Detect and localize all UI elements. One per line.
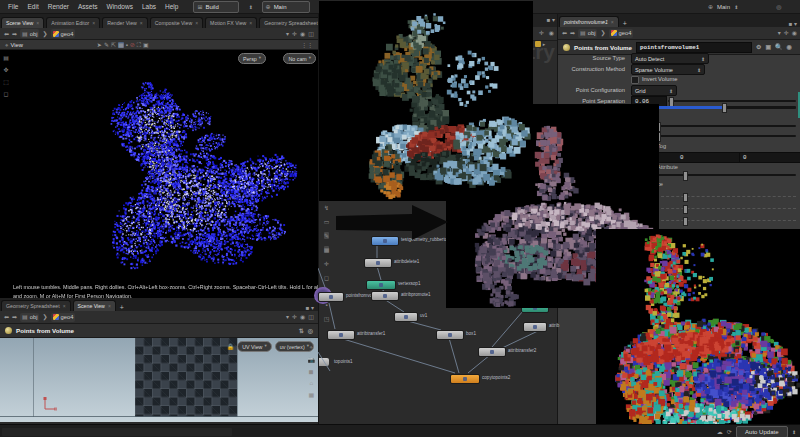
lock-icon[interactable]: ◻ (4, 90, 9, 97)
close-icon[interactable]: × (611, 19, 614, 25)
path-geo4[interactable]: geo4 (51, 313, 76, 322)
float-pane-icon[interactable]: ◫ (308, 31, 314, 37)
link-icon[interactable]: ◉ (300, 31, 305, 37)
auto-update-selector[interactable]: Auto Update (736, 426, 788, 437)
menu-file[interactable]: File (8, 3, 18, 10)
menu-edit[interactable]: Edit (27, 3, 38, 10)
view-tool-icon[interactable]: ▤ (3, 54, 9, 61)
menu-windows[interactable]: Windows (107, 3, 133, 10)
param-slider-dotted[interactable] (656, 208, 796, 209)
close-icon[interactable]: × (249, 20, 252, 26)
scene-viewport[interactable]: ▤ ✥ ⬚ ◻ Persp ▾ No cam ▾ Left mouse tumb… (0, 50, 318, 298)
new-tab-icon[interactable]: + (120, 304, 124, 311)
tab-motion-fx-view[interactable]: Motion FX View× (205, 17, 257, 28)
close-icon[interactable]: × (140, 20, 143, 26)
tab-pointsfromvolume1[interactable]: pointsfromvolume1 × (559, 16, 619, 27)
sort-icon[interactable]: ⇅ (299, 328, 304, 334)
path-geo4[interactable]: geo4 (609, 29, 634, 38)
box-tool-icon[interactable]: ▪ (126, 42, 128, 48)
camera-selector[interactable]: No cam ▾ (283, 53, 316, 64)
lock-icon[interactable]: 🔒 (227, 343, 235, 350)
menu-labs[interactable]: Labs (142, 3, 156, 10)
snap-grid-icon[interactable]: ▦ (118, 42, 124, 48)
options-icon[interactable]: ◎ (308, 328, 313, 334)
tab-scene-view[interactable]: Scene View× (1, 17, 44, 28)
palette-icon[interactable]: ▪ (325, 302, 327, 308)
uv-view-selector[interactable]: UV View ▾ (237, 341, 271, 352)
lasso-tool-icon[interactable]: ⇱ (111, 42, 116, 48)
pin-icon[interactable]: ✛ (292, 31, 297, 37)
persp-view-selector[interactable]: Persp ▾ (238, 53, 266, 64)
auto-update-stepper-icon[interactable]: ⬍ (792, 429, 796, 435)
close-icon[interactable]: × (63, 303, 66, 309)
slider-handle[interactable] (683, 217, 688, 226)
shelf-selector[interactable]: ⊕ Main (262, 1, 310, 13)
toolbar-more-icon[interactable]: ⋮⋮ (301, 42, 313, 48)
slider-handle[interactable] (683, 205, 688, 214)
pane-menu-icon[interactable]: ■ ▾ (306, 305, 314, 311)
desktop-stepper-icon[interactable]: ⬍ (248, 4, 252, 10)
tab-animation-editor[interactable]: Animation Editor× (46, 17, 100, 28)
tab-geometry-spreadsheet-2[interactable]: Geometry Spreadsheet× (1, 300, 71, 311)
pane-menu-icon[interactable]: ■ ▾ (547, 17, 555, 23)
menu-render[interactable]: Render (48, 3, 69, 10)
close-icon[interactable]: × (36, 20, 39, 26)
radial-target-icon[interactable]: ◎ (776, 4, 781, 10)
slider-handle[interactable] (683, 193, 688, 202)
refresh-icon[interactable]: ⟳ (727, 429, 732, 435)
link-icon[interactable]: ◉ (549, 30, 554, 36)
new-tab-icon[interactable]: + (623, 20, 627, 27)
link-icon[interactable]: ◉ (300, 314, 305, 320)
float-pane-icon[interactable]: ◫ (308, 314, 314, 320)
select-tool-icon[interactable]: ➤ (97, 42, 102, 48)
path-dropdown-icon[interactable]: ▾ (286, 31, 289, 37)
slider-handle[interactable] (722, 103, 727, 113)
path-obj[interactable]: ▤ obj (578, 29, 597, 38)
home-icon[interactable]: ⌂ (309, 380, 313, 386)
view-menu-label[interactable]: View (10, 42, 22, 48)
invert-volume-checkbox[interactable] (631, 76, 639, 84)
grid-icon[interactable]: ▦ (308, 391, 314, 398)
back-icon[interactable]: ⬅ (562, 30, 567, 36)
shade-icon[interactable]: ◼ (309, 368, 314, 375)
menu-help[interactable]: Help (165, 3, 178, 10)
param-field-0a[interactable]: 0 (657, 152, 742, 163)
menu-assets[interactable]: Assets (78, 3, 98, 10)
connect-tool-icon[interactable]: ↯ (324, 204, 329, 211)
preset-icon[interactable]: ▣ (765, 44, 771, 50)
param-slider[interactable] (656, 135, 796, 137)
radial-menu-selector[interactable]: ⊕ Main ⬍ ◎ (708, 1, 782, 13)
param-slider[interactable] (656, 174, 796, 176)
slider-handle[interactable] (683, 171, 688, 181)
close-icon[interactable]: × (108, 303, 111, 309)
path-dropdown-icon[interactable]: ▾ (778, 30, 781, 36)
jitter-slider[interactable] (656, 106, 796, 109)
snapshot-icon[interactable]: ◳ (324, 315, 330, 322)
pin-icon[interactable]: ✛ (784, 30, 789, 36)
pin-icon[interactable]: ✛ (292, 314, 297, 320)
move-tool-icon[interactable]: ✎ (104, 42, 109, 48)
desktop-selector[interactable]: ⊞ Build (193, 1, 239, 13)
construction-method-menu[interactable]: Sparse Volume ⬍ (631, 64, 705, 75)
search-icon[interactable]: 🔍 (775, 44, 783, 50)
add-node-icon[interactable]: ✛ (324, 260, 329, 267)
render-flag-icon[interactable]: ⛶ (137, 42, 141, 48)
memory-icon[interactable]: ☁ (717, 429, 723, 435)
target-icon[interactable]: ⌖ (310, 344, 313, 351)
collapse-icon[interactable]: ▽ (324, 288, 329, 295)
path-obj[interactable]: ▤ obj (20, 313, 39, 322)
forward-icon[interactable]: ➡ (12, 314, 17, 320)
back-icon[interactable]: ⬅ (4, 31, 9, 37)
tab-render-view[interactable]: Render View× (102, 17, 148, 28)
forward-icon[interactable]: ➡ (570, 30, 575, 36)
point-separation-slider[interactable] (668, 100, 796, 102)
param-slider[interactable] (656, 125, 796, 127)
handles-tool-icon[interactable]: ✥ (3, 66, 8, 73)
point-configuration-menu[interactable]: Grid ⬍ (631, 85, 677, 96)
param-slider-dotted[interactable] (656, 196, 796, 197)
param-slider-dotted[interactable] (656, 220, 796, 221)
select-mode-icon[interactable]: ⬚ (3, 78, 9, 85)
close-icon[interactable]: × (195, 20, 198, 26)
display-options-icon[interactable]: ▣ (143, 42, 149, 48)
node-name-field[interactable]: pointsfromvolume1 (636, 42, 752, 53)
